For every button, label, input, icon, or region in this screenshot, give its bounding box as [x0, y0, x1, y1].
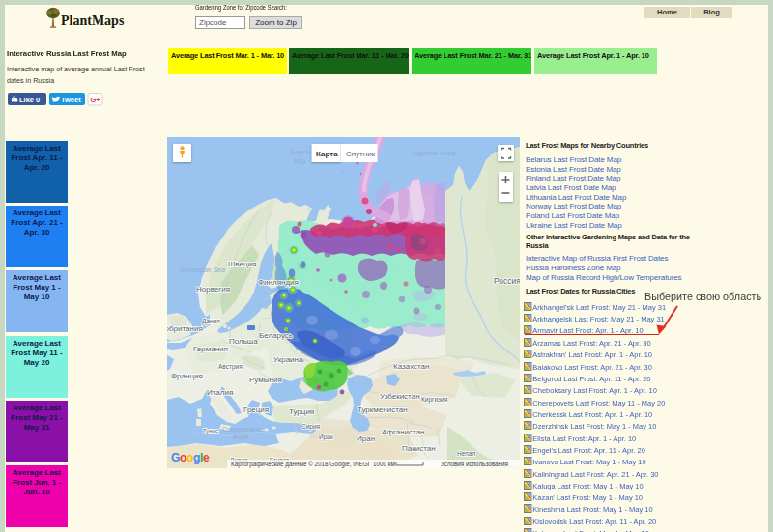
svg-text:Туркменистан: Туркменистан — [358, 406, 408, 414]
svg-text:Дания: Дания — [202, 318, 220, 325]
svg-text:G: G — [171, 451, 180, 464]
svg-text:Норвегия: Норвегия — [196, 285, 230, 294]
svg-text:Иран: Иран — [357, 434, 375, 443]
svg-text:Турция: Турция — [289, 407, 314, 416]
svg-text:Спутник: Спутник — [346, 150, 376, 158]
svg-text:мор: мор — [294, 157, 306, 165]
svg-text:Румыния: Румыния — [249, 376, 282, 384]
svg-text:Norwegian Sea: Norwegian Sea — [179, 266, 225, 274]
svg-text:Картографические данные © 2018: Картографические данные © 2018 Google, I… — [231, 461, 370, 468]
svg-text:Карское море: Карское море — [413, 150, 456, 157]
svg-text:Польша: Польша — [229, 337, 258, 346]
svg-text:G+: G+ — [91, 96, 101, 104]
svg-text:Карта: Карта — [316, 150, 338, 158]
svg-text:Италия: Италия — [207, 388, 233, 397]
svg-text:Швеция: Швеция — [228, 260, 256, 268]
svg-text:Средиземное: Средиземное — [222, 426, 265, 434]
svg-text:Узбекистан: Узбекистан — [380, 392, 420, 401]
svg-text:кобритания: кобритания — [167, 324, 203, 333]
svg-text:Баренц: Баренц — [291, 149, 314, 156]
svg-text:Like 0: Like 0 — [19, 96, 40, 104]
svg-text:Афганистан: Афганистан — [382, 428, 425, 436]
svg-text:1000 км: 1000 км — [373, 461, 395, 467]
svg-text:Австрия: Австрия — [218, 363, 243, 371]
svg-text:Греция: Греция — [243, 406, 269, 414]
svg-text:Сирия: Сирия — [301, 423, 321, 431]
svg-text:Tweet: Tweet — [61, 96, 81, 104]
svg-text:Финляндия: Финляндия — [258, 278, 299, 287]
svg-text:Германия: Германия — [193, 345, 228, 353]
svg-text:Пакистан: Пакистан — [402, 444, 436, 453]
svg-text:Россия: Россия — [494, 276, 520, 286]
svg-text:Франция: Франция — [171, 372, 203, 380]
svg-text:Тунис: Тунис — [203, 428, 218, 434]
svg-text:e: e — [203, 451, 210, 464]
svg-text:Казахстан: Казахстан — [393, 362, 430, 371]
svg-text:Условия использования: Условия использования — [441, 461, 508, 467]
svg-text:море: море — [233, 434, 249, 441]
svg-text:Украина: Украина — [273, 355, 303, 364]
svg-text:Ирак: Ирак — [319, 434, 333, 441]
svg-text:Беларусь: Беларусь — [259, 331, 293, 340]
svg-text:Киргизия: Киргизия — [421, 396, 448, 404]
svg-text:Непал: Непал — [457, 450, 475, 457]
